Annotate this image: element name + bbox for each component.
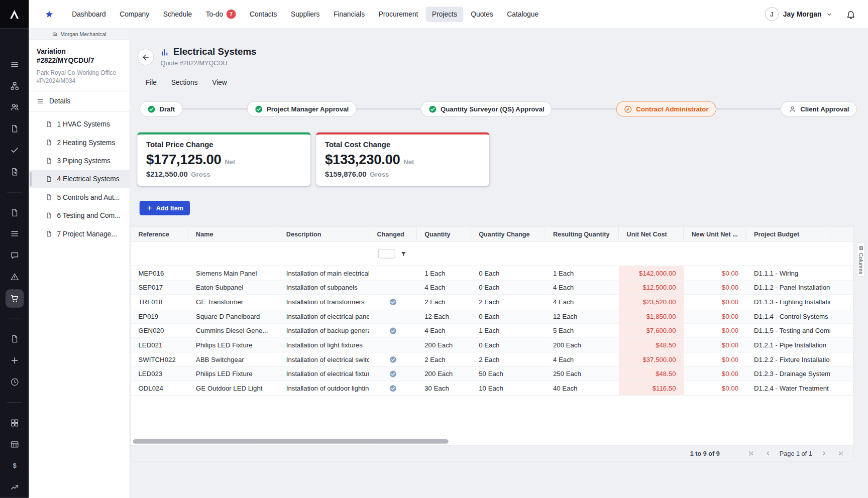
- rail-cart-icon[interactable]: [0, 288, 29, 309]
- horizontal-scrollbar-track[interactable]: [131, 438, 853, 445]
- table-row[interactable]: EP019 Square D Panelboard Installation o…: [131, 309, 853, 324]
- variation-summary: Variation #2822/MYQCDU/7 Park Royal Co-W…: [29, 40, 130, 91]
- sidebar-section-item[interactable]: 7 Project Manage...: [29, 224, 130, 242]
- table-row[interactable]: TRF018 GE Transformer Installation of tr…: [131, 295, 853, 309]
- rail-invoice-icon[interactable]: [0, 328, 29, 350]
- column-header-quantity[interactable]: Quantity: [417, 227, 471, 242]
- avatar[interactable]: J: [765, 7, 779, 21]
- table-row[interactable]: SWITCH022 ABB Switchgear Installation of…: [131, 352, 853, 367]
- details-toggle[interactable]: Details: [29, 91, 130, 112]
- cell-quantity: 12 Each: [417, 309, 471, 324]
- back-button[interactable]: [137, 49, 154, 65]
- cell-new-unit-net: $0.00: [684, 352, 746, 367]
- column-header-new-unit-net[interactable]: New Unit Net ...: [684, 227, 746, 242]
- column-header-unit-net-cost[interactable]: Unit Net Cost: [619, 227, 684, 242]
- nav-item[interactable]: Schedule: [157, 7, 198, 22]
- workflow-step[interactable]: Client Approval: [781, 101, 857, 117]
- nav-item[interactable]: Projects: [426, 7, 463, 22]
- table-row[interactable]: GEN020 Cummins Diesel Gene... Installati…: [131, 324, 853, 338]
- rail-list-icon[interactable]: [0, 54, 29, 75]
- nav-item[interactable]: Quotes: [465, 7, 499, 22]
- column-header-reference[interactable]: Reference: [131, 227, 188, 242]
- app-logo[interactable]: [0, 0, 29, 29]
- horizontal-scrollbar-thumb[interactable]: [133, 439, 448, 444]
- sidebar-section-item[interactable]: 4 Electrical Systems: [29, 170, 130, 188]
- sidebar-section-item[interactable]: 2 Heating Systems: [29, 134, 130, 152]
- rail-rows-icon[interactable]: [0, 223, 29, 245]
- table-row[interactable]: LED023 Philips LED Fixture Installation …: [131, 367, 853, 382]
- rail-people-icon[interactable]: [0, 96, 29, 118]
- cell-resulting-quantity: 250 Each: [546, 367, 619, 382]
- user-area: J Jay Morgan: [765, 7, 868, 21]
- sidebar-section-item[interactable]: 5 Controls and Aut...: [29, 188, 130, 206]
- workflow-step[interactable]: Quantity Surveyor (QS) Approval: [420, 101, 552, 117]
- column-header-name[interactable]: Name: [188, 227, 279, 242]
- column-header-description[interactable]: Description: [278, 227, 369, 242]
- prev-page-button[interactable]: [762, 447, 774, 459]
- nav-item[interactable]: Suppliers: [285, 7, 326, 22]
- rail-org-chart-icon[interactable]: [0, 75, 29, 97]
- workflow-step[interactable]: Project Manager Approval: [247, 101, 356, 117]
- rail-trend-icon[interactable]: [0, 476, 29, 498]
- cell-new-unit-net: $0.00: [684, 367, 746, 382]
- column-header-project-budget[interactable]: Project Budget: [746, 227, 831, 242]
- filter-icon[interactable]: [400, 251, 407, 257]
- column-header-resulting-quantity[interactable]: Resulting Quantity: [546, 227, 619, 242]
- workflow-step[interactable]: Contract Administrator: [616, 101, 716, 117]
- first-page-button[interactable]: [745, 447, 757, 459]
- rail-dashboard-grid-icon[interactable]: [0, 412, 29, 434]
- changed-filter-input[interactable]: [378, 249, 395, 259]
- rail-dollar-icon[interactable]: [0, 455, 29, 476]
- next-page-button[interactable]: [818, 447, 830, 459]
- cell-quantity: 30 Each: [417, 381, 471, 396]
- sidebar-section-item[interactable]: 1 HVAC Systems: [29, 115, 130, 133]
- variation-sidebar: Morgan Mechanical Variation #2822/MYQCDU…: [29, 29, 130, 498]
- columns-panel-tab[interactable]: Columns: [857, 242, 864, 277]
- rail-alert-icon[interactable]: [0, 266, 29, 288]
- cell-quantity: 200 Each: [417, 367, 471, 382]
- sidebar-section-item[interactable]: 3 Piping Systems: [29, 152, 130, 170]
- menu-item[interactable]: Sections: [171, 78, 198, 86]
- nav-item[interactable]: Company: [114, 7, 155, 22]
- nav-item[interactable]: Catalogue: [501, 7, 545, 22]
- menu-item[interactable]: View: [212, 78, 227, 86]
- columns-panel-label: Columns: [858, 253, 864, 275]
- column-header-quantity-change[interactable]: Quantity Change: [471, 227, 546, 242]
- nav-item[interactable]: Dashboard: [66, 7, 112, 22]
- nav-item[interactable]: Financials: [328, 7, 371, 22]
- favorites-star-icon[interactable]: [45, 10, 54, 19]
- add-item-button[interactable]: Add Item: [140, 201, 190, 215]
- nav-item[interactable]: Procurement: [372, 7, 424, 22]
- nav-item[interactable]: To-do 7: [200, 6, 242, 23]
- net-value: $133,230.00: [325, 152, 400, 168]
- sidebar-section-item[interactable]: 6 Testing and Com...: [29, 206, 130, 224]
- chart-icon: [161, 48, 169, 56]
- workflow-step[interactable]: Draft: [140, 101, 183, 117]
- column-header-changed[interactable]: Changed: [369, 227, 417, 242]
- cell-name: Philips LED Fixture: [188, 338, 279, 352]
- rail-chat-icon[interactable]: [0, 244, 29, 266]
- section-label: 3 Piping Systems: [57, 157, 111, 164]
- chevron-down-icon[interactable]: [826, 11, 832, 17]
- rail-file-export-icon[interactable]: [0, 161, 29, 183]
- menu-item[interactable]: File: [146, 78, 157, 86]
- cell-spacer: [830, 338, 853, 352]
- breadcrumb-company[interactable]: Morgan Mechanical: [29, 29, 130, 40]
- last-page-button[interactable]: [834, 447, 846, 459]
- table-row[interactable]: SEP017 Eaton Subpanel Installation of su…: [131, 281, 853, 295]
- table-row[interactable]: MEP016 Siemens Main Panel Installation o…: [131, 266, 853, 281]
- rail-document-icon[interactable]: [0, 118, 29, 140]
- table-row[interactable]: LED021 Philips LED Fixture Installation …: [131, 338, 853, 352]
- user-name[interactable]: Jay Morgan: [783, 10, 822, 18]
- rail-check-icon[interactable]: [0, 140, 29, 161]
- items-grid: Reference Name Description Changed Quant…: [131, 227, 853, 461]
- rail-plus-icon[interactable]: [0, 350, 29, 371]
- nav-item[interactable]: Contacts: [244, 7, 283, 22]
- notifications-bell-icon[interactable]: [846, 9, 856, 19]
- table-row[interactable]: ODL024 GE Outdoor LED Light Installation…: [131, 381, 853, 396]
- cell-project-budget: D1.2.4 - Water Treatment: [746, 381, 831, 396]
- cell-resulting-quantity: 12 Each: [546, 309, 619, 324]
- rail-file-icon[interactable]: [0, 202, 29, 223]
- rail-clock-icon[interactable]: [0, 371, 29, 393]
- rail-table-icon[interactable]: [0, 434, 29, 455]
